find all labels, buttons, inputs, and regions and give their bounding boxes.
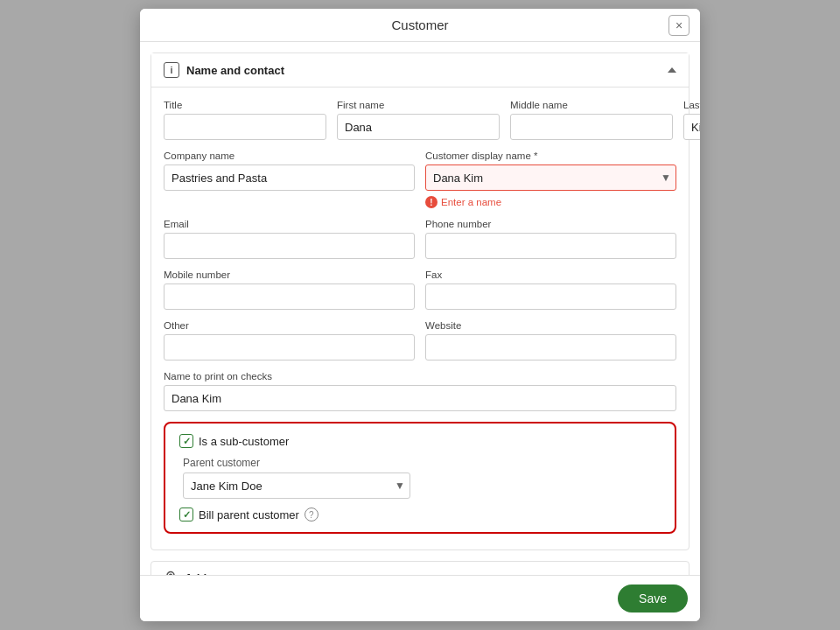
phone-input[interactable] [425, 233, 676, 259]
other-label: Other [164, 320, 415, 331]
website-input[interactable] [425, 334, 676, 360]
name-contact-title: Name and contact [186, 64, 284, 77]
display-name-label: Customer display name * [425, 150, 676, 161]
name-contact-chevron-up-icon [668, 67, 676, 73]
sub-customer-box: Is a sub-customer Parent customer Jane K… [164, 422, 676, 534]
last-name-input[interactable] [683, 114, 700, 140]
name-row: Title First name Middle name Last n [164, 100, 676, 140]
other-group: Other [164, 320, 415, 360]
website-group: Website [425, 320, 676, 360]
is-sub-customer-row: Is a sub-customer [179, 434, 661, 448]
parent-customer-label: Parent customer [183, 457, 661, 469]
email-phone-row: Email Phone number [164, 219, 676, 259]
print-checks-input[interactable] [164, 385, 676, 411]
title-group: Title [164, 100, 326, 140]
last-name-group: Last name [683, 100, 700, 140]
print-checks-label: Name to print on checks [164, 371, 676, 382]
bill-parent-row: Bill parent customer ? [179, 508, 661, 522]
middle-name-input[interactable] [510, 114, 673, 140]
display-name-group: Customer display name * Dana Kim ▼ ! Ent… [425, 150, 676, 208]
fax-input[interactable] [425, 284, 676, 310]
error-text: Enter a name [441, 197, 501, 207]
website-label: Website [425, 320, 676, 331]
email-input[interactable] [164, 233, 415, 259]
fax-label: Fax [425, 270, 676, 280]
dialog-body: i Name and contact Title First name [140, 42, 700, 575]
print-checks-group: Name to print on checks [164, 371, 676, 411]
error-circle-icon: ! [425, 196, 438, 208]
bill-parent-info-icon[interactable]: ? [304, 508, 318, 522]
email-label: Email [164, 219, 415, 229]
name-contact-body: Title First name Middle name Last n [151, 88, 689, 550]
parent-customer-dropdown[interactable]: Jane Kim Doe ▼ [183, 472, 410, 499]
print-checks-row: Name to print on checks [164, 371, 676, 411]
phone-label: Phone number [425, 219, 676, 229]
first-name-input[interactable] [337, 114, 500, 140]
name-contact-header[interactable]: i Name and contact [151, 53, 689, 88]
other-input[interactable] [164, 334, 415, 360]
mobile-fax-row: Mobile number Fax [164, 270, 676, 310]
company-name-input[interactable] [164, 164, 415, 191]
company-name-label: Company name [164, 150, 415, 161]
other-website-row: Other Website [164, 320, 676, 360]
is-sub-customer-label: Is a sub-customer [199, 435, 289, 448]
dialog-title: Customer [391, 18, 448, 32]
first-name-label: First name [337, 100, 500, 110]
mobile-input[interactable] [164, 284, 415, 310]
name-contact-icon: i [164, 62, 179, 78]
company-display-row: Company name Customer display name * Dan… [164, 150, 676, 208]
save-button[interactable]: Save [618, 584, 688, 612]
display-name-error: ! Enter a name [425, 196, 676, 208]
mobile-group: Mobile number [164, 270, 415, 310]
title-label: Title [164, 100, 326, 110]
display-name-select[interactable]: Dana Kim [425, 164, 676, 191]
first-name-group: First name [337, 100, 500, 140]
is-sub-customer-checkbox[interactable] [179, 434, 193, 448]
mobile-label: Mobile number [164, 270, 415, 280]
close-button[interactable]: × [668, 15, 690, 36]
display-name-dropdown[interactable]: Dana Kim ▼ [425, 164, 676, 191]
customer-dialog: Customer × i Name and contact [140, 9, 700, 621]
parent-customer-select[interactable]: Jane Kim Doe [183, 472, 410, 499]
parent-customer-group: Parent customer Jane Kim Doe ▼ [183, 457, 661, 499]
dialog-header: Customer × [140, 9, 700, 42]
company-name-group: Company name [164, 150, 415, 208]
bill-parent-label: Bill parent customer [199, 508, 299, 522]
dialog-footer: Save [140, 575, 700, 621]
addresses-header[interactable]: Addresses [151, 562, 689, 575]
last-name-label: Last name [683, 100, 700, 110]
name-contact-section: i Name and contact Title First name [150, 52, 690, 550]
middle-name-group: Middle name [510, 100, 673, 140]
email-group: Email [164, 219, 415, 259]
bill-parent-checkbox[interactable] [179, 508, 193, 522]
backdrop: Customer × i Name and contact [0, 0, 840, 630]
addresses-section: Addresses Billing address Street address… [150, 561, 690, 575]
fax-group: Fax [425, 270, 676, 310]
middle-name-label: Middle name [510, 100, 673, 110]
title-input[interactable] [164, 114, 326, 140]
phone-group: Phone number [425, 219, 676, 259]
